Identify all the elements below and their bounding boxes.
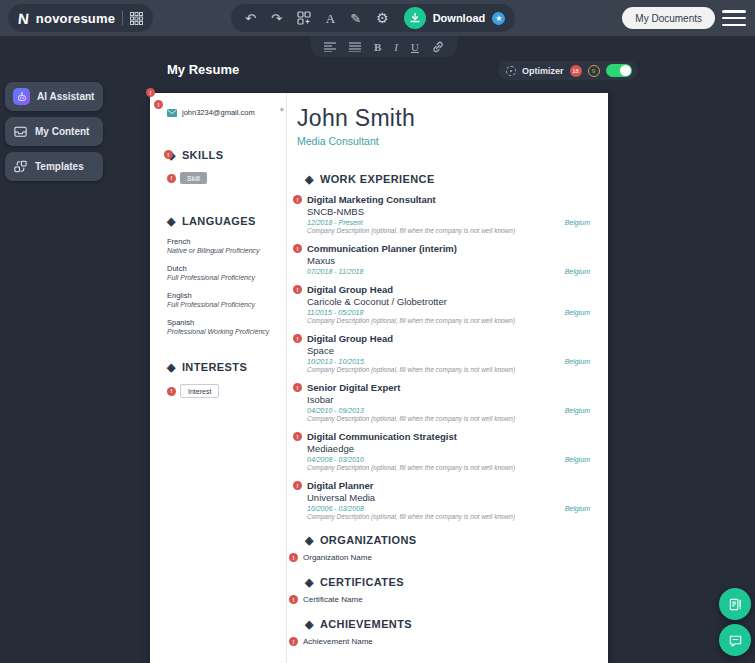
format-toolbar: B I U <box>311 36 457 57</box>
candidate-name[interactable]: John Smith <box>297 105 590 132</box>
optimizer-target-icon <box>506 66 516 76</box>
add-section-icon[interactable] <box>297 11 311 25</box>
resume-right-column: John Smith Media Consultant ◈ WORK EXPER… <box>287 93 608 663</box>
language-item[interactable]: Dutch Full Professional Proficiency <box>167 264 278 281</box>
optimizer-toggle[interactable] <box>606 64 632 77</box>
section-diamond-icon: ◈ <box>305 619 314 630</box>
error-icon[interactable] <box>289 595 298 604</box>
section-diamond-icon: ◈ <box>305 174 314 185</box>
error-icon[interactable] <box>293 195 302 204</box>
achievement-item[interactable]: Achievement Name <box>289 637 590 646</box>
work-entry[interactable]: Digital Communication Strategist Mediaed… <box>297 431 590 471</box>
brand-name: novoresume <box>36 11 115 26</box>
app-grid-icon[interactable] <box>130 12 143 25</box>
achievements-heading[interactable]: ◈ ACHIEVEMENTS <box>305 618 590 630</box>
organization-item[interactable]: Organization Name <box>289 553 590 562</box>
brand-logo[interactable]: N novoresume <box>8 4 153 32</box>
skills-heading-label: SKILLS <box>182 149 224 161</box>
error-icon[interactable] <box>293 334 302 343</box>
interest-tag[interactable]: Interest <box>180 384 219 398</box>
interests-heading-label: INTERESTS <box>182 361 247 373</box>
settings-gear-icon[interactable]: ⚙ <box>376 11 389 25</box>
sidebar-item-label: AI Assistant <box>37 91 94 102</box>
warning-count-badge: 9 <box>588 65 600 77</box>
bold-button[interactable]: B <box>374 41 381 53</box>
certificate-item[interactable]: Certificate Name <box>289 595 590 604</box>
error-icon[interactable] <box>293 432 302 441</box>
sidebar-item-my-content[interactable]: My Content <box>5 117 103 146</box>
drag-handle-icon[interactable]: ◆ <box>279 105 284 112</box>
error-icon[interactable] <box>164 150 173 159</box>
italic-button[interactable]: I <box>394 41 398 53</box>
underline-button[interactable]: U <box>411 41 419 53</box>
typography-icon[interactable]: A <box>326 12 335 25</box>
email-icon <box>167 109 177 117</box>
error-icon[interactable] <box>167 387 176 396</box>
language-item[interactable]: English Full Professional Proficiency <box>167 291 278 308</box>
language-item[interactable]: French Native or Bilingual Proficiency <box>167 237 278 254</box>
skill-tag[interactable]: Skill <box>180 172 207 184</box>
page-title: My Resume <box>167 62 239 77</box>
templates-swap-icon <box>13 159 28 174</box>
sidebar-item-label: Templates <box>35 161 84 172</box>
section-diamond-icon: ◈ <box>305 535 314 546</box>
menu-hamburger-icon[interactable] <box>722 10 746 26</box>
notes-fab-button[interactable] <box>719 588 751 620</box>
align-justify-icon[interactable] <box>349 42 361 52</box>
my-documents-button[interactable]: My Documents <box>622 7 715 29</box>
chat-fab-button[interactable] <box>719 624 751 656</box>
error-icon[interactable] <box>167 174 176 183</box>
section-diamond-icon: ◈ <box>167 216 176 227</box>
sidebar-item-ai-assistant[interactable]: AI Assistant <box>5 82 103 111</box>
work-entry[interactable]: Digital Group Head Space 10/2013 - 10/20… <box>297 333 590 373</box>
error-icon[interactable] <box>289 637 298 646</box>
email-value[interactable]: john3234@gmail.com <box>182 108 255 117</box>
optimizer-bar[interactable]: Optimizer 18 9 <box>498 61 638 80</box>
skill-tag-row: Skill <box>167 172 278 184</box>
ai-robot-icon <box>13 88 30 105</box>
work-entry[interactable]: Digital Group Head Caricole & Coconut / … <box>297 284 590 324</box>
error-icon[interactable] <box>289 553 298 562</box>
work-heading-label: WORK EXPERIENCE <box>320 173 435 185</box>
interests-heading[interactable]: ◈ INTERESTS <box>167 361 278 373</box>
error-icon[interactable] <box>293 383 302 392</box>
language-item[interactable]: Spanish Professional Working Proficiency <box>167 318 278 335</box>
work-entry[interactable]: Communication Planner (interim) Maxus 07… <box>297 243 590 275</box>
skills-heading[interactable]: ◈ SKILLS <box>167 149 278 161</box>
certificates-heading[interactable]: ◈ CERTIFICATES <box>305 576 590 588</box>
email-row[interactable]: john3234@gmail.com <box>167 108 278 117</box>
sidebar-item-templates[interactable]: Templates <box>5 152 103 181</box>
interest-tag-row: Interest <box>167 384 278 398</box>
chat-bubble-icon <box>728 633 743 648</box>
notepad-pencil-icon <box>728 597 743 612</box>
work-experience-heading[interactable]: ◈ WORK EXPERIENCE <box>305 173 590 185</box>
download-label: Download <box>433 12 486 24</box>
work-entry[interactable]: Senior Digital Expert Isobar 04/2010 - 0… <box>297 382 590 422</box>
left-sidebar: AI Assistant My Content Templates <box>5 82 103 181</box>
editor-toolbar: ↶ ↷ A ✎ ⚙ Download ★ <box>231 4 515 32</box>
redo-icon[interactable]: ↷ <box>271 12 282 25</box>
error-icon[interactable] <box>293 244 302 253</box>
align-left-icon[interactable] <box>324 42 336 52</box>
undo-icon[interactable]: ↶ <box>245 12 256 25</box>
download-button[interactable]: Download ★ <box>404 7 510 29</box>
novoresume-n-icon: N <box>17 10 30 27</box>
resume-left-column: john3234@gmail.com ◆ ◈ SKILLS Skill ◈ LA… <box>150 93 287 663</box>
candidate-title[interactable]: Media Consultant <box>297 135 590 147</box>
resume-page[interactable]: john3234@gmail.com ◆ ◈ SKILLS Skill ◈ LA… <box>150 93 608 663</box>
error-count-badge: 18 <box>570 65 582 77</box>
error-icon[interactable] <box>293 481 302 490</box>
top-bar: N novoresume ↶ ↷ A ✎ ⚙ <box>0 0 755 36</box>
work-entry[interactable]: Digital Planner Universal Media 10/2006 … <box>297 480 590 520</box>
link-icon[interactable] <box>432 41 444 53</box>
languages-heading[interactable]: ◈ LANGUAGES <box>167 215 278 227</box>
organizations-heading[interactable]: ◈ ORGANIZATIONS <box>305 534 590 546</box>
divider <box>122 11 123 25</box>
work-entry[interactable]: Digital Marketing Consultant SNCB-NMBS 1… <box>297 194 590 234</box>
error-icon[interactable] <box>293 285 302 294</box>
sidebar-item-label: My Content <box>35 126 89 137</box>
optimizer-label: Optimizer <box>522 66 564 76</box>
content-tray-icon <box>13 124 28 139</box>
section-diamond-icon: ◈ <box>305 577 314 588</box>
design-pen-icon[interactable]: ✎ <box>350 12 361 25</box>
